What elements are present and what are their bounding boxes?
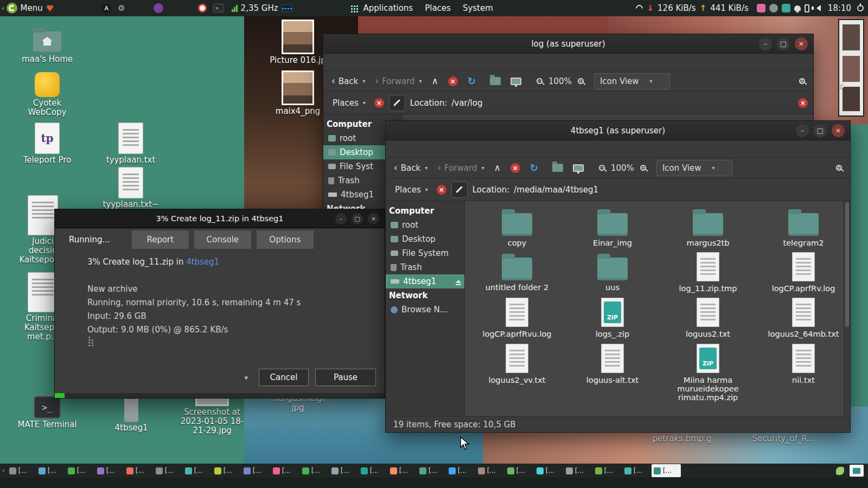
- cancel-button[interactable]: Cancel: [259, 369, 309, 386]
- dialog-tab[interactable]: Console: [194, 230, 251, 249]
- desktop-icon-picture016[interactable]: Picture 016.jp: [266, 20, 330, 65]
- zoom-in-button[interactable]: +: [574, 76, 588, 86]
- maximize-button[interactable]: □: [352, 213, 363, 224]
- sidebar-item[interactable]: 4tbseg1: [386, 274, 464, 288]
- desktop-icon-maix4[interactable]: maix4_png: [266, 70, 330, 116]
- tray-pink-icon[interactable]: [757, 4, 765, 12]
- vertical-scrollbar[interactable]: [844, 201, 850, 416]
- file-item[interactable]: margus2tb: [660, 207, 756, 247]
- applications-menu[interactable]: Applications: [351, 3, 413, 13]
- clear-location-icon[interactable]: ×: [798, 98, 808, 108]
- taskbar-window-button[interactable]: [...: [388, 464, 417, 477]
- desktop-icon-tyyplaan[interactable]: tyyplaan.txt: [99, 123, 163, 165]
- purple-app-icon[interactable]: [154, 3, 163, 13]
- show-desktop-button[interactable]: [850, 465, 864, 477]
- taskbar-window-button[interactable]: [...: [271, 464, 300, 477]
- taskbar-window-button[interactable]: [...: [564, 464, 593, 477]
- file-item[interactable]: loguus2_vv.txt: [469, 343, 565, 402]
- reload-button[interactable]: ↻: [464, 73, 480, 89]
- menu-item[interactable]: [362, 60, 374, 65]
- taskbar-window-button[interactable]: [...: [534, 464, 564, 477]
- back-button[interactable]: ‹ Back ▾: [328, 74, 369, 88]
- chevron-down-icon[interactable]: ▾: [362, 78, 365, 84]
- file-item[interactable]: nii.txt: [756, 343, 850, 402]
- phone-icon[interactable]: [805, 4, 809, 12]
- opera-icon[interactable]: [198, 4, 207, 12]
- menu-item[interactable]: [413, 146, 425, 152]
- leaf-indicator-icon[interactable]: [836, 467, 844, 475]
- location-entry[interactable]: Location: /var/log: [410, 98, 793, 108]
- forward-button[interactable]: › Forward ▾: [433, 161, 488, 175]
- taskbar-window-button[interactable]: [...: [241, 464, 271, 477]
- places-menu[interactable]: Places: [425, 3, 451, 13]
- up-button[interactable]: ∧: [490, 161, 504, 175]
- file-item[interactable]: untitled folder 2: [469, 251, 565, 293]
- taskbar-scroll-left-icon[interactable]: ‹: [0, 467, 7, 474]
- more-options-chevron-icon[interactable]: ▾: [240, 371, 252, 384]
- eject-icon[interactable]: [456, 280, 461, 283]
- taskbar-window-button[interactable]: [...: [476, 464, 505, 477]
- tray-teal-icon[interactable]: [782, 4, 790, 12]
- desktop-icon-partial[interactable]: 4: [809, 80, 868, 91]
- minimize-button[interactable]: –: [796, 124, 809, 137]
- stop-button[interactable]: ×: [444, 74, 462, 88]
- file-item[interactable]: logCP.aprfRvu.log: [469, 297, 565, 338]
- desktop-icon-security-of-r[interactable]: Security_of_R...: [751, 433, 815, 444]
- dialog-tab[interactable]: Running...: [69, 230, 110, 249]
- file-item[interactable]: copy: [469, 207, 565, 247]
- log-window-titlebar[interactable]: log (as superuser) – □ ×: [323, 34, 813, 54]
- network-wave-icon[interactable]: [282, 4, 292, 12]
- search-launcher-icon[interactable]: A: [101, 3, 111, 13]
- zoom-in-button[interactable]: +: [636, 163, 650, 173]
- sidebar-item[interactable]: Desktop: [386, 232, 464, 246]
- heart-launcher-icon[interactable]: ♥: [46, 3, 54, 14]
- menu-item[interactable]: [350, 60, 362, 65]
- taskbar-window-button[interactable]: [...: [505, 464, 534, 477]
- taskbar-window-button[interactable]: [...: [359, 464, 388, 477]
- desktop-icon-tyyplaan-backup[interactable]: tyyplaan.txt~: [99, 167, 163, 209]
- scrollbar-thumb[interactable]: [845, 202, 849, 327]
- menu-item[interactable]: [339, 60, 350, 65]
- zoom-out-button[interactable]: −: [595, 163, 609, 173]
- wifi-icon[interactable]: [635, 3, 644, 13]
- reload-button[interactable]: ↻: [526, 160, 542, 176]
- taskbar-window-button[interactable]: [...: [622, 464, 652, 477]
- file-item[interactable]: Miina harma murueidekopee rimatu.mp4.zip: [660, 343, 756, 402]
- clock[interactable]: 18:10: [828, 3, 851, 13]
- menu-item[interactable]: [327, 60, 339, 65]
- desktop-icon-home[interactable]: maa's Home: [15, 27, 79, 64]
- file-item[interactable]: loguus2.txt: [660, 297, 756, 338]
- menu-item[interactable]: [437, 146, 449, 152]
- taskbar-window-button[interactable]: [...: [593, 464, 622, 477]
- menu-button[interactable]: Menu ♥: [7, 3, 54, 14]
- places-dropdown[interactable]: Places ▾: [391, 183, 432, 197]
- close-sidebar-icon[interactable]: ×: [374, 98, 384, 108]
- file-item[interactable]: uus: [565, 251, 660, 293]
- menu-item[interactable]: [389, 146, 401, 152]
- taskbar-window-button[interactable]: [...: [446, 464, 476, 477]
- taskbar-window-button[interactable]: [...: [417, 464, 446, 477]
- file-item[interactable]: log_11.zip.tmp: [660, 251, 756, 293]
- notifications-bell-icon[interactable]: [794, 5, 801, 11]
- home-folder-button[interactable]: [548, 162, 567, 174]
- search-button[interactable]: A: [832, 163, 846, 173]
- close-button[interactable]: ×: [832, 124, 845, 137]
- close-sidebar-icon[interactable]: ×: [437, 185, 446, 195]
- sidebar-item[interactable]: Computer: [386, 204, 464, 218]
- panel-hide-arrow-icon[interactable]: ‹: [0, 4, 7, 12]
- zoom-out-button[interactable]: −: [533, 76, 546, 86]
- chevron-down-icon[interactable]: ▾: [419, 78, 422, 84]
- edit-location-button[interactable]: [389, 95, 405, 111]
- terminal-launcher-icon[interactable]: >_: [213, 4, 224, 12]
- sidebar-item[interactable]: File System: [386, 246, 464, 260]
- desktop-icon-4tbseg1[interactable]: 4tbseg1: [99, 395, 163, 433]
- file-item[interactable]: Einar_img: [565, 207, 660, 247]
- desktop-view-button[interactable]: [507, 75, 525, 87]
- menu-item[interactable]: [374, 60, 386, 65]
- menu-item[interactable]: [425, 146, 437, 152]
- system-menu[interactable]: System: [463, 3, 493, 13]
- close-button[interactable]: ×: [795, 37, 808, 50]
- up-button[interactable]: ∧: [427, 74, 442, 88]
- places-dropdown[interactable]: Places ▾: [329, 96, 369, 110]
- sidebar-item[interactable]: root: [386, 218, 464, 232]
